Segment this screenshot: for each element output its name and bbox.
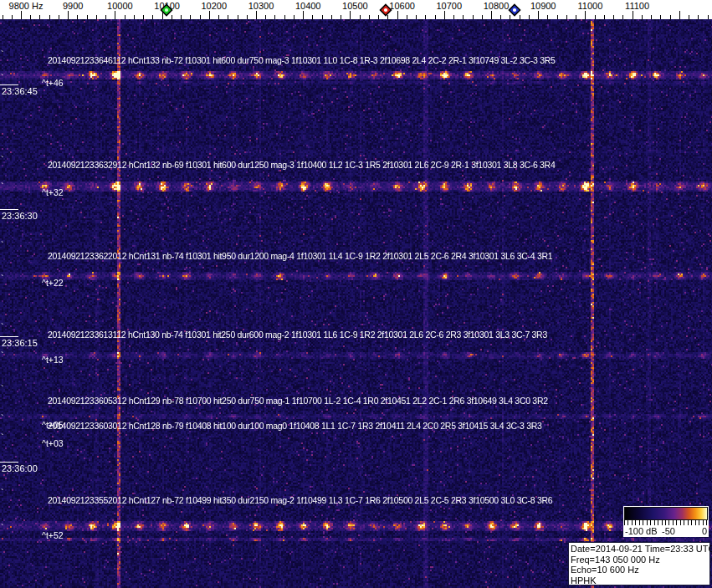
freq-axis-label: 10300	[248, 1, 274, 11]
colorbar-tick	[684, 520, 684, 525]
trigger-time-marker: ^t+32	[42, 187, 64, 197]
time-axis-tick	[0, 462, 18, 463]
freq-axis-label: 10900	[530, 1, 556, 11]
echo-detail-row: 20140921233632912 hCnt132 nb-69 f10301 h…	[48, 160, 555, 170]
time-axis-label: 23:36:15	[2, 338, 38, 348]
station-id-line: HPHK	[571, 575, 708, 586]
colorbar-tick	[635, 520, 636, 525]
colorbar-tick	[632, 520, 633, 525]
colorbar-mid-label: -50	[662, 526, 675, 536]
colorbar-tick	[668, 520, 669, 525]
edge-event-mark: `	[1, 243, 4, 248]
freq-axis-label: 10500	[342, 1, 368, 11]
freq-tick	[397, 11, 398, 19]
echo-detail-row: 20140921233622012 hCnt131 nb-74 f10301 h…	[48, 251, 552, 261]
time-axis-tick	[0, 84, 18, 85]
meteor-echo-monitor-window: 9800 Hz990010000101001020010300104001050…	[0, 0, 712, 588]
freq-tick	[209, 11, 210, 19]
freq-tick	[444, 11, 445, 19]
green-frequency-marker-icon[interactable]	[160, 3, 173, 20]
trigger-time-marker: ^t+52	[42, 530, 64, 540]
colorbar-labels: -100 dB -50 0	[623, 526, 709, 537]
red-frequency-marker-icon[interactable]	[379, 3, 392, 20]
time-axis-label: 23:36:00	[2, 463, 38, 473]
edge-event-mark: `	[1, 525, 4, 530]
trigger-time-marker: ^t+13	[42, 355, 64, 365]
edge-event-mark: `	[1, 52, 4, 57]
edge-event-mark: `	[1, 386, 4, 391]
freq-axis-label: 11000	[578, 1, 603, 11]
echo-detail-row: 20140921233605312 hCnt129 nb-78 f10700 h…	[48, 396, 548, 406]
colorbar-tick	[658, 520, 658, 525]
colorbar-min-label: -100 dB	[625, 526, 658, 536]
freq-axis-label: 10600	[389, 1, 415, 11]
colorbar-tick	[706, 520, 707, 525]
edge-event-mark: `	[1, 75, 4, 80]
trigger-time-marker: ^t+05	[42, 420, 64, 430]
colorbar-tick	[627, 520, 628, 525]
freq-tick	[585, 11, 586, 19]
time-axis-tick	[0, 336, 18, 337]
edge-event-mark: `	[1, 276, 4, 281]
colorbar-tick	[647, 520, 648, 525]
frequency-ruler: 9800 Hz990010000101001020010300104001050…	[0, 0, 712, 19]
edge-event-mark: `	[1, 490, 4, 495]
freq-tick	[303, 11, 304, 19]
trigger-time-marker: ^t+22	[42, 278, 64, 288]
colorbar-ticks	[624, 520, 708, 526]
date-time-line: Date=2014-09-21 Time=23:33 UTC	[571, 544, 708, 555]
trigger-time-marker: ^t+46	[42, 78, 64, 88]
colorbar-gradient	[624, 507, 708, 520]
freq-tick	[21, 11, 22, 19]
freq-axis-label: 10400	[295, 1, 321, 11]
colorbar-tick	[680, 520, 681, 525]
colorbar-tick	[699, 520, 699, 525]
edge-event-mark: `	[1, 416, 4, 421]
edge-event-mark: `	[1, 157, 4, 162]
freq-tick	[679, 11, 680, 19]
freq-axis-label: 10000	[107, 1, 133, 11]
colorbar-tick	[695, 520, 696, 525]
freq-axis-label: 9800 Hz	[9, 1, 44, 11]
colorbar-max-label: 0	[702, 526, 707, 536]
freq-axis-label: 11100	[625, 1, 649, 11]
freq-tick	[633, 11, 633, 19]
colorbar-tick	[691, 520, 692, 525]
freq-tick	[350, 11, 351, 19]
freq-tick	[115, 11, 115, 19]
freq-axis-label: 10200	[202, 1, 228, 11]
colorbar-tick	[662, 520, 663, 525]
freq-axis-label: 9900	[63, 1, 83, 11]
echo-detail-row: 20140921233552012 hCnt127 nb-72 f10499 h…	[48, 495, 552, 505]
trigger-time-marker: ^t+03	[42, 438, 64, 448]
colorbar-tick	[688, 520, 689, 525]
time-axis-label: 23:36:45	[2, 86, 38, 96]
edge-event-mark: `	[1, 435, 4, 440]
colorbar-tick	[665, 520, 666, 525]
colorbar-tick	[703, 520, 704, 525]
freq-tick	[491, 11, 492, 19]
freq-axis-label: 10700	[437, 1, 463, 11]
edge-event-mark: `	[1, 353, 4, 358]
echo-detail-row: 20140921233603012 hCnt128 nb-79 f10408 h…	[48, 421, 542, 431]
time-axis-label: 23:36:30	[2, 211, 38, 221]
colorbar-tick	[673, 520, 674, 525]
colorbar-tick	[624, 520, 625, 525]
blue-frequency-marker-icon[interactable]	[508, 3, 521, 20]
freq-axis-label: 10800	[484, 1, 510, 11]
colorbar-tick	[650, 520, 651, 525]
status-info-box: Date=2014-09-21 Time=23:33 UTC Freq=143 …	[568, 542, 710, 585]
time-axis-tick	[0, 209, 18, 210]
freq-tick	[538, 11, 539, 19]
echo-frequency-line: Echo=10 600 Hz	[571, 565, 708, 575]
colorbar-tick	[676, 520, 677, 525]
echo-detail-row: 20140921233613112 hCnt130 nb-74 f10301 h…	[48, 330, 547, 340]
colorbar-tick	[639, 520, 640, 525]
frequency-line: Freq=143 050 000 Hz	[571, 555, 708, 565]
freq-tick	[256, 11, 257, 19]
edge-event-mark: `	[1, 184, 4, 189]
colorbar-legend: -100 dB -50 0	[623, 506, 709, 537]
echo-detail-row: 20140921233646112 hCnt133 nb-72 f10301 h…	[48, 55, 556, 65]
colorbar-tick	[643, 520, 643, 525]
edge-event-mark: `	[1, 325, 4, 330]
